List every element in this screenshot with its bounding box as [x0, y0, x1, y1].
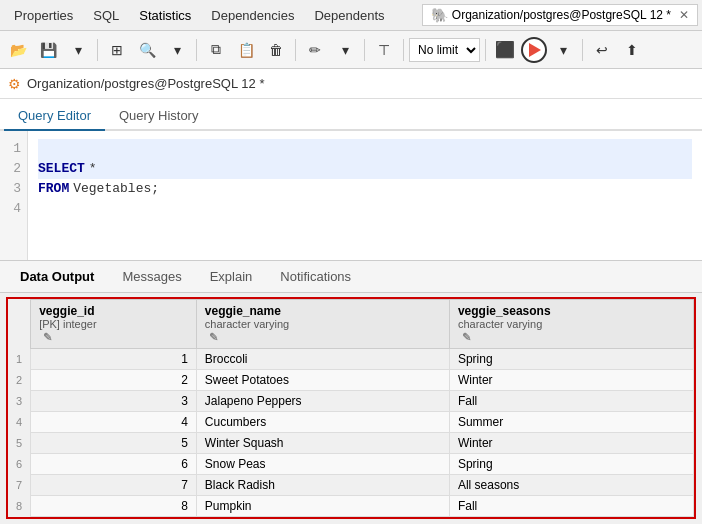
editor-tabs: Query Editor Query History [0, 99, 702, 131]
row-expand[interactable]: 8 [8, 496, 31, 517]
row-expand[interactable]: 3 [8, 391, 31, 412]
menu-dependents[interactable]: Dependents [304, 3, 394, 28]
edit-col-name-icon[interactable]: ✎ [209, 331, 218, 343]
cell-veggie-season: Winter [449, 370, 693, 391]
col-sub-seasons: character varying [458, 318, 685, 330]
table-row: 11BroccoliSpring [8, 349, 694, 370]
col-header-veggie-seasons: veggie_seasonscharacter varying ✎ [449, 300, 693, 349]
table-row: 55Winter SquashWinter [8, 433, 694, 454]
cell-veggie-id: 6 [31, 454, 197, 475]
edit-col-id-icon[interactable]: ✎ [43, 331, 52, 343]
toolbar-separator-5 [403, 39, 404, 61]
line-num-4: 4 [6, 199, 21, 219]
commit-button[interactable]: ⬆ [618, 37, 646, 63]
col-sub-id: [PK] integer [39, 318, 188, 330]
table-row: 33Jalapeno PeppersFall [8, 391, 694, 412]
keyword-from: FROM [38, 179, 69, 199]
cell-veggie-id: 5 [31, 433, 197, 454]
line-numbers: 1 2 3 4 [0, 131, 28, 260]
breadcrumb-bar: ⚙ Organization/postgres@PostgreSQL 12 * [0, 69, 702, 99]
table-row: 88PumpkinFall [8, 496, 694, 517]
cell-veggie-season: Summer [449, 412, 693, 433]
code-line-2: SELECT * [38, 159, 692, 179]
cell-veggie-name: Snow Peas [196, 454, 449, 475]
toolbar-separator-1 [97, 39, 98, 61]
menu-sql[interactable]: SQL [83, 3, 129, 28]
table-row: 44CucumbersSummer [8, 412, 694, 433]
table-row: 22Sweet PotatoesWinter [8, 370, 694, 391]
row-expand[interactable]: 5 [8, 433, 31, 454]
row-expand[interactable]: 6 [8, 454, 31, 475]
save-dropdown-button[interactable]: ▾ [64, 37, 92, 63]
cell-veggie-id: 8 [31, 496, 197, 517]
cell-veggie-name: Winter Squash [196, 433, 449, 454]
copy-button[interactable]: ⧉ [202, 37, 230, 63]
line-num-3: 3 [6, 179, 21, 199]
tab-query-editor[interactable]: Query Editor [4, 102, 105, 131]
cell-veggie-name: Sweet Potatoes [196, 370, 449, 391]
output-tab-messages[interactable]: Messages [110, 264, 193, 289]
row-expand[interactable]: 2 [8, 370, 31, 391]
breadcrumb-text: Organization/postgres@PostgreSQL 12 * [27, 76, 264, 91]
filter-button[interactable]: ⊤ [370, 37, 398, 63]
cell-veggie-season: Spring [449, 349, 693, 370]
row-limit-select[interactable]: No limit 100 500 1000 [409, 38, 480, 62]
code-from-table: Vegetables; [73, 179, 159, 199]
cell-veggie-season: Fall [449, 496, 693, 517]
table-body: 11BroccoliSpring22Sweet PotatoesWinter33… [8, 349, 694, 517]
code-area[interactable]: SELECT * FROM Vegetables; [28, 131, 702, 260]
col-header-veggie-id: veggie_id[PK] integer ✎ [31, 300, 197, 349]
code-line-1 [38, 139, 692, 159]
save-button[interactable]: 💾 [34, 37, 62, 63]
output-tab-notifications[interactable]: Notifications [268, 264, 363, 289]
edit-dropdown-button[interactable]: ▾ [331, 37, 359, 63]
menu-statistics[interactable]: Statistics [129, 3, 201, 28]
menu-properties[interactable]: Properties [4, 3, 83, 28]
output-tab-explain[interactable]: Explain [198, 264, 265, 289]
cell-veggie-season: Fall [449, 391, 693, 412]
stop-button[interactable]: ⬛ [491, 37, 519, 63]
cell-veggie-name: Cucumbers [196, 412, 449, 433]
output-tabs: Data Output Messages Explain Notificatio… [0, 261, 702, 293]
col-header-veggie-name: veggie_namecharacter varying ✎ [196, 300, 449, 349]
connection-tab-label[interactable]: 🐘 Organization/postgres@PostgreSQL 12 * … [422, 4, 698, 26]
menu-dependencies[interactable]: Dependencies [201, 3, 304, 28]
search-dropdown-button[interactable]: ▾ [163, 37, 191, 63]
line-num-1: 1 [6, 139, 21, 159]
run-button[interactable] [521, 37, 547, 63]
paste-button[interactable]: 📋 [232, 37, 260, 63]
run-dropdown-button[interactable]: ▾ [549, 37, 577, 63]
open-file-button[interactable]: 📂 [4, 37, 32, 63]
toolbar-separator-6 [485, 39, 486, 61]
query-editor: 1 2 3 4 SELECT * FROM Vegetables; [0, 131, 702, 261]
edit-button[interactable]: ✏ [301, 37, 329, 63]
explain-button[interactable]: ↩ [588, 37, 616, 63]
delete-button[interactable]: 🗑 [262, 37, 290, 63]
connection-tab-text: Organization/postgres@PostgreSQL 12 * [452, 8, 671, 22]
output-tab-data[interactable]: Data Output [8, 264, 106, 289]
edit-col-seasons-icon[interactable]: ✎ [462, 331, 471, 343]
table-row: 77Black RadishAll seasons [8, 475, 694, 496]
col-sub-name: character varying [205, 318, 441, 330]
tab-query-history[interactable]: Query History [105, 102, 212, 131]
play-icon [529, 43, 541, 57]
database-icon: 🐘 [431, 7, 448, 23]
cell-veggie-id: 3 [31, 391, 197, 412]
table-row: 66Snow PeasSpring [8, 454, 694, 475]
cell-veggie-season: All seasons [449, 475, 693, 496]
search-button[interactable]: 🔍 [133, 37, 161, 63]
row-expand[interactable]: 7 [8, 475, 31, 496]
code-line-4 [38, 199, 692, 219]
code-select-star: * [89, 159, 97, 179]
cell-veggie-id: 1 [31, 349, 197, 370]
view-table-button[interactable]: ⊞ [103, 37, 131, 63]
toolbar: 📂 💾 ▾ ⊞ 🔍 ▾ ⧉ 📋 🗑 ✏ ▾ ⊤ No limit 100 500… [0, 31, 702, 69]
breadcrumb-db-icon: ⚙ [8, 76, 21, 92]
row-expand[interactable]: 4 [8, 412, 31, 433]
toolbar-separator-2 [196, 39, 197, 61]
toolbar-separator-7 [582, 39, 583, 61]
close-tab-icon[interactable]: ✕ [679, 8, 689, 22]
connection-tab: 🐘 Organization/postgres@PostgreSQL 12 * … [422, 4, 698, 26]
row-expand[interactable]: 1 [8, 349, 31, 370]
toolbar-separator-3 [295, 39, 296, 61]
